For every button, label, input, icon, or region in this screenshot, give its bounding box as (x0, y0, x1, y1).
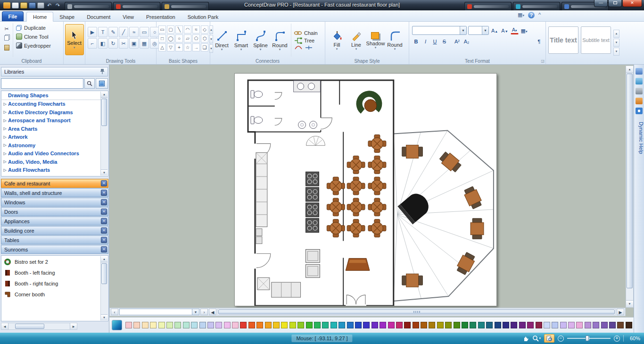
color-swatch[interactable] (437, 322, 444, 328)
color-swatch[interactable] (495, 322, 501, 328)
diamond-shape[interactable]: ◇ (201, 25, 208, 34)
library-section-sunrooms[interactable]: Sunrooms× (1, 245, 108, 254)
align-justify-button[interactable] (504, 37, 512, 45)
ceiling-lamp[interactable] (306, 136, 325, 145)
library-item-booth-right-facing[interactable]: Booth - right facing (2, 278, 100, 289)
color-swatch[interactable] (363, 322, 370, 328)
close-library-icon[interactable]: × (101, 209, 107, 215)
color-swatch[interactable] (388, 322, 395, 328)
rectangle-tool[interactable]: ▭ (140, 27, 149, 37)
color-swatch[interactable] (454, 322, 460, 328)
line-button[interactable]: Line▾ (347, 24, 366, 57)
color-swatch[interactable] (273, 322, 280, 328)
align-center-button[interactable] (485, 37, 493, 45)
taskbar-window-tab[interactable] (513, 2, 560, 10)
paste-button[interactable] (2, 44, 11, 53)
fill-button[interactable]: Fill▾ (327, 24, 347, 57)
expand-icon[interactable]: ▷ (2, 168, 8, 172)
library-item-booth-left-facing[interactable]: Booth - left facing (2, 267, 100, 278)
decrease-font-button[interactable]: A▼ (500, 26, 509, 34)
align-middle-button[interactable] (526, 37, 534, 45)
items-scrollbar[interactable]: ▲ ▼ (100, 256, 107, 320)
document-page[interactable] (234, 73, 497, 306)
font-color-button[interactable]: A▾ (511, 26, 519, 34)
arrow-shape[interactable]: → (192, 43, 200, 51)
color-swatch[interactable] (626, 322, 632, 328)
library-tree-item[interactable]: ▷Audio and Video Connectors (2, 150, 100, 158)
color-swatch[interactable] (413, 322, 419, 328)
canvas-vertical-scrollbar[interactable]: ▲ ▼ (626, 66, 634, 308)
library-section-tables[interactable]: Tables× (1, 235, 108, 244)
expand-icon[interactable]: ▷ (2, 159, 8, 164)
subtitle-text-style[interactable]: Subtitle text (581, 26, 611, 54)
color-swatch[interactable] (617, 322, 624, 328)
scroll-left-icon[interactable]: ◀ (209, 309, 216, 315)
callout-shape[interactable]: ❏ (201, 43, 208, 51)
close-button[interactable]: ✕ (622, 0, 642, 7)
italic-button[interactable]: I (421, 37, 429, 45)
align-right-button[interactable] (494, 37, 502, 45)
library-section-cafe-and-restaurant[interactable]: Cafe and restaurant× (1, 179, 108, 188)
color-swatch[interactable] (593, 322, 599, 328)
library-tree-item[interactable]: ▷Astronomy (2, 141, 100, 150)
color-swatch[interactable] (207, 322, 214, 328)
text-table-button[interactable]: ▦▾ (520, 26, 528, 34)
library-tree-item[interactable]: ▷Area Charts (2, 125, 100, 133)
color-swatch[interactable] (421, 322, 427, 328)
align-left-button[interactable] (475, 37, 483, 45)
tab-solution-park[interactable]: Solution Park (182, 12, 224, 21)
color-swatch[interactable] (380, 322, 386, 328)
select-tool-button[interactable]: Select ▾ (65, 24, 84, 55)
library-tree-item[interactable]: ▷Audio, Video, Media (2, 158, 100, 166)
close-library-icon[interactable]: × (101, 218, 107, 224)
color-swatch[interactable] (568, 322, 575, 328)
color-swatch[interactable] (183, 322, 190, 328)
save-icon[interactable] (29, 2, 36, 8)
color-swatch[interactable] (470, 322, 476, 328)
copy-button[interactable] (2, 34, 11, 43)
taskbar-window-tab[interactable] (162, 2, 209, 10)
color-swatch[interactable] (355, 322, 362, 328)
superscript-button[interactable]: A² (453, 37, 461, 45)
color-swatch[interactable] (158, 322, 165, 328)
color-swatch[interactable] (576, 322, 583, 328)
expand-icon[interactable]: ▷ (2, 151, 8, 156)
move-tool[interactable]: ⌐ (88, 38, 97, 49)
fit-page-button[interactable] (544, 334, 554, 343)
color-swatch[interactable] (609, 322, 616, 328)
cross-shape[interactable]: + (175, 43, 183, 51)
tab-presentation[interactable]: Presentation (140, 12, 182, 21)
color-swatch[interactable] (166, 322, 173, 328)
rounded-rectangle-shape[interactable]: ▢ (167, 25, 174, 34)
color-swatch[interactable] (322, 322, 329, 328)
shape-tool[interactable]: ◧ (98, 38, 107, 49)
zoom-in-button[interactable]: + (614, 336, 620, 342)
close-library-icon[interactable]: × (101, 180, 107, 186)
gallery-more-icon[interactable]: ▼ (613, 48, 619, 56)
panel-horizontal-scrollbar[interactable]: ◀ ▶ (1, 323, 77, 330)
subscript-button[interactable]: A₂ (462, 37, 471, 45)
scroll-down-icon[interactable]: ▼ (101, 169, 107, 176)
info-icon[interactable] (636, 108, 643, 114)
color-swatch[interactable] (478, 322, 485, 328)
expand-icon[interactable]: ▷ (2, 118, 8, 123)
bold-button[interactable]: B (412, 37, 420, 45)
chain-connector-button[interactable]: Chain (294, 30, 318, 36)
font-size-select[interactable]: ▼ (468, 26, 489, 35)
items-scroll-thumb[interactable] (101, 263, 107, 284)
library-tree-item[interactable]: ▷Aerospace and Transport (2, 117, 100, 125)
color-swatch[interactable] (150, 322, 157, 328)
library-section-building-core[interactable]: Building core× (1, 226, 108, 235)
expand-icon[interactable]: ▷ (2, 102, 8, 106)
color-swatch[interactable] (281, 322, 288, 328)
triangle-shape[interactable]: △ (158, 43, 166, 51)
color-swatch[interactable] (503, 322, 509, 328)
zoom-slider[interactable] (567, 335, 611, 342)
horizontal-scroll-thumb[interactable] (218, 310, 615, 314)
expand-icon[interactable]: ▷ (2, 135, 8, 139)
kitchen-equipment[interactable] (256, 152, 320, 297)
circle-shape[interactable]: ○ (175, 34, 183, 42)
color-swatch[interactable] (215, 322, 222, 328)
color-swatch[interactable] (462, 322, 468, 328)
color-swatch[interactable] (330, 322, 337, 328)
